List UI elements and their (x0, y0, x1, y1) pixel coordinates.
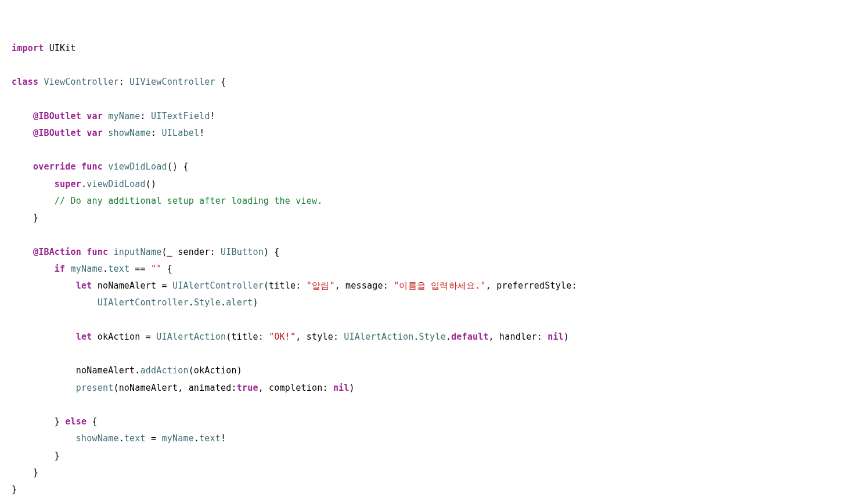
keyword-func: func (81, 161, 103, 172)
method-call: addAction (141, 365, 189, 376)
type-name: UITextField (151, 111, 210, 121)
op: == (129, 264, 151, 274)
string: "이름을 입력하세요." (394, 280, 486, 291)
op: = (146, 433, 162, 444)
code-line: class ViewController: UIViewController { (12, 77, 226, 87)
assign: okAction = (92, 332, 156, 342)
class-name: ViewController (44, 77, 118, 87)
keyword-true: true (237, 383, 258, 393)
code-block: import UIKit class ViewController: UIVie… (12, 40, 838, 499)
type-name: Style (194, 297, 221, 308)
code-line: noNameAlert.addAction(okAction) (12, 365, 242, 376)
obj: noNameAlert. (76, 365, 141, 376)
var-ref: myName (71, 264, 103, 274)
brace: { (215, 77, 226, 87)
param: sender: (172, 247, 221, 257)
assign: noNameAlert = (92, 280, 172, 291)
dot: . (413, 332, 419, 342)
comment: // Do any additional setup after loading… (55, 196, 323, 206)
code-line: let noNameAlert = UIAlertController(titl… (12, 280, 577, 291)
keyword-class: class (12, 77, 38, 87)
module-name: UIKit (49, 43, 76, 53)
type-name: UIAlertAction (344, 332, 413, 342)
type-name: UIAlertAction (156, 332, 226, 342)
parens: () { (167, 161, 189, 172)
code-line: } (12, 467, 38, 478)
type-name: UIAlertController (172, 280, 264, 291)
punct: ! (199, 128, 204, 138)
var-ref: myName (162, 433, 194, 444)
code-line: showName.text = myName.text! (12, 433, 226, 444)
keyword-let: let (76, 332, 92, 342)
brace: { (87, 416, 97, 427)
dot: . (221, 297, 226, 308)
var-name: myName (108, 111, 140, 121)
attribute: @IBOutlet (33, 128, 81, 138)
keyword-func: func (87, 247, 108, 257)
arg: , preferredStyle: (486, 280, 577, 291)
brace: } (55, 451, 60, 461)
type-name: UIAlertController (98, 297, 189, 308)
paren: ) (253, 297, 258, 308)
property: text (124, 433, 146, 444)
attribute: @IBOutlet (33, 111, 81, 121)
code-line: present(noNameAlert, animated:true, comp… (12, 383, 355, 393)
paren: ) (564, 332, 569, 342)
punct: : (151, 128, 161, 138)
enum-case: alert (226, 297, 253, 308)
code-line: } else { (12, 416, 98, 427)
code-line: // Do any additional setup after loading… (12, 196, 322, 206)
paren: ( (162, 247, 167, 257)
keyword-default: default (451, 332, 489, 342)
keyword-else: else (65, 416, 87, 427)
dot: . (189, 297, 194, 308)
dot: . (81, 179, 87, 189)
brace: } (12, 484, 17, 495)
dot: . (103, 264, 108, 274)
paren: ) (350, 383, 355, 393)
code-line: super.viewDidLoad() (12, 179, 156, 189)
method-call: present (76, 383, 114, 393)
paren: (okAction) (189, 365, 242, 376)
code-line: override func viewDidLoad() { (12, 161, 189, 172)
keyword-if: if (55, 264, 65, 274)
dot: . (446, 332, 451, 342)
bang: ! (221, 433, 226, 444)
arg: , handler: (489, 332, 548, 342)
var-ref: showName (76, 433, 119, 444)
code-line: import UIKit (12, 43, 76, 53)
code-line: @IBOutlet var myName: UITextField! (12, 111, 215, 121)
dot: . (119, 433, 124, 444)
brace: } (33, 467, 38, 478)
parens: () (146, 179, 156, 189)
arg: (title: (226, 332, 269, 342)
paren-brace: ) { (264, 247, 280, 257)
keyword-nil: nil (548, 332, 564, 342)
type-name: UILabel (162, 128, 200, 138)
brace: } (33, 213, 38, 223)
attribute: @IBAction (33, 247, 81, 257)
punct: : (119, 77, 129, 87)
code-line: } (12, 484, 17, 495)
code-line: } (12, 451, 60, 461)
arg: (title: (264, 280, 307, 291)
arg: , completion: (258, 383, 333, 393)
punct: ! (210, 111, 215, 121)
superclass: UIViewController (129, 77, 215, 87)
var-name: showName (108, 128, 151, 138)
arg: , message: (335, 280, 394, 291)
code-line: UIAlertController.Style.alert) (12, 297, 258, 308)
code-line: @IBAction func inputName(_ sender: UIBut… (12, 247, 280, 257)
type-name: Style (419, 332, 446, 342)
punct: : (141, 111, 151, 121)
brace: } (55, 416, 65, 427)
string: "알림" (307, 280, 335, 291)
underscore: _ (167, 247, 172, 257)
keyword-import: import (12, 43, 44, 53)
keyword-super: super (55, 179, 81, 189)
keyword-let: let (76, 280, 92, 291)
code-line: } (12, 213, 38, 223)
keyword-var: var (87, 128, 103, 138)
func-name: viewDidLoad (108, 161, 167, 172)
brace: { (162, 264, 172, 274)
